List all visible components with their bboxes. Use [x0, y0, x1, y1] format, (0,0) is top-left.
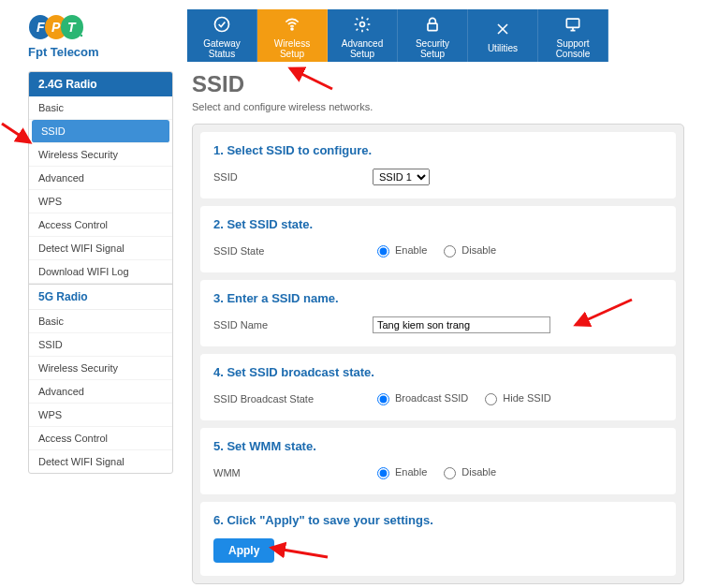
ssid-state-enable-radio[interactable]: [377, 245, 389, 257]
check-circle-icon: [212, 15, 231, 36]
nav-label: Gateway Status: [203, 38, 240, 59]
section-title: 4. Set SSID broadcast state.: [213, 365, 663, 379]
nav-label: Utilities: [488, 43, 518, 53]
wmm-label: WMM: [213, 467, 373, 478]
section-title: 3. Enter a SSID name.: [213, 291, 663, 305]
sidebar-item-wireless-security-24g[interactable]: Wireless Security: [29, 143, 172, 167]
wmm-disable-radio[interactable]: [444, 467, 456, 479]
page-subtitle: Select and configure wireless networks.: [192, 101, 684, 112]
section-title: 5. Set WMM state.: [213, 439, 663, 453]
svg-text:T: T: [67, 20, 77, 35]
sidebar-item-ssid-24g[interactable]: SSID: [32, 120, 169, 143]
nav-label: Wireless Setup: [274, 38, 310, 59]
section-ssid-name: 3. Enter a SSID name. SSID Name: [200, 280, 676, 346]
nav-wireless-setup[interactable]: Wireless Setup: [257, 9, 328, 62]
hide-ssid[interactable]: Hide SSID: [480, 390, 550, 405]
ssid-name-label: SSID Name: [213, 319, 373, 331]
nav-support-console[interactable]: Support Console: [538, 9, 608, 62]
section-title: 1. Select SSID to configure.: [213, 143, 663, 157]
nav-advanced-setup[interactable]: Advanced Setup: [328, 9, 398, 62]
brand-name: Fpt Telecom: [28, 45, 187, 59]
gear-icon: [353, 15, 372, 36]
section-apply: 6. Click "Apply" to save your settings. …: [200, 502, 676, 576]
nav-label: Advanced Setup: [342, 38, 383, 59]
sidebar-item-ssid-5g[interactable]: SSID: [29, 333, 172, 357]
nav-gateway-status[interactable]: Gateway Status: [187, 9, 257, 62]
brand-logo: F P T Fpt Telecom: [28, 9, 187, 59]
svg-rect-10: [428, 23, 437, 30]
svg-point-8: [291, 28, 293, 30]
ssid-state-enable[interactable]: Enable: [373, 243, 427, 257]
ssid-select-label: SSID: [213, 171, 373, 183]
broadcast-state-label: SSID Broadcast State: [213, 393, 373, 404]
broadcast-ssid[interactable]: Broadcast SSID: [373, 390, 468, 405]
sidebar-item-detect-wifi-5g[interactable]: Detect WIFI Signal: [29, 450, 172, 473]
svg-point-7: [215, 17, 229, 31]
wmm-enable[interactable]: Enable: [373, 464, 427, 479]
ssid-select[interactable]: SSID 1: [373, 169, 430, 185]
svg-point-9: [360, 22, 365, 26]
ssid-name-input[interactable]: [373, 316, 550, 333]
ssid-state-disable[interactable]: Disable: [439, 243, 496, 257]
apply-button[interactable]: Apply: [213, 538, 274, 563]
sidebar: 2.4G Radio Basic SSID Wireless Security …: [28, 71, 173, 474]
svg-text:F: F: [37, 20, 45, 35]
sidebar-item-detect-wifi-24g[interactable]: Detect WIFI Signal: [29, 237, 172, 260]
broadcast-ssid-radio[interactable]: [377, 393, 389, 405]
sidebar-head-5g: 5G Radio: [29, 284, 172, 310]
wifi-icon: [283, 15, 301, 36]
monitor-icon: [564, 15, 582, 36]
ssid-state-disable-radio[interactable]: [444, 245, 456, 257]
sidebar-item-wps-24g[interactable]: WPS: [29, 190, 172, 213]
svg-rect-11: [566, 19, 579, 27]
lock-icon: [423, 15, 442, 36]
sidebar-item-advanced-5g[interactable]: Advanced: [29, 380, 172, 404]
section-ssid-state: 2. Set SSID state. SSID State Enable Dis…: [200, 206, 676, 272]
nav-utilities[interactable]: Utilities: [468, 9, 538, 62]
nav-label: Support Console: [556, 38, 591, 59]
section-select-ssid: 1. Select SSID to configure. SSID SSID 1: [200, 132, 676, 198]
nav-label: Security Setup: [416, 38, 449, 59]
sidebar-item-wireless-security-5g[interactable]: Wireless Security: [29, 357, 172, 380]
hide-ssid-radio[interactable]: [485, 393, 497, 405]
top-nav: Gateway Status Wireless Setup Advanced S…: [187, 9, 608, 62]
sidebar-item-access-control-5g[interactable]: Access Control: [29, 427, 172, 450]
sidebar-head-24g: 2.4G Radio: [29, 72, 172, 96]
sidebar-item-access-control-24g[interactable]: Access Control: [29, 213, 172, 237]
section-wmm-state: 5. Set WMM state. WMM Enable Disable: [200, 428, 676, 494]
sidebar-item-download-log-24g[interactable]: Download WIFI Log: [29, 260, 172, 284]
tools-icon: [493, 20, 512, 40]
sidebar-item-basic-5g[interactable]: Basic: [29, 310, 172, 333]
logo-icon: F P T: [28, 14, 84, 43]
settings-panel: 1. Select SSID to configure. SSID SSID 1…: [192, 124, 684, 584]
main-content: SSID Select and configure wireless netwo…: [192, 71, 684, 584]
svg-text:P: P: [51, 20, 61, 35]
wmm-disable[interactable]: Disable: [439, 464, 496, 479]
ssid-state-label: SSID State: [213, 245, 373, 257]
section-title: 6. Click "Apply" to save your settings.: [213, 513, 663, 527]
section-broadcast-state: 4. Set SSID broadcast state. SSID Broadc…: [200, 354, 676, 420]
sidebar-item-basic-24g[interactable]: Basic: [29, 96, 172, 120]
svg-point-6: [81, 35, 82, 37]
nav-security-setup[interactable]: Security Setup: [398, 9, 468, 62]
page-title: SSID: [192, 71, 684, 97]
section-title: 2. Set SSID state.: [213, 217, 663, 231]
sidebar-item-wps-5g[interactable]: WPS: [29, 404, 172, 427]
wmm-enable-radio[interactable]: [377, 467, 389, 479]
sidebar-item-advanced-24g[interactable]: Advanced: [29, 167, 172, 190]
